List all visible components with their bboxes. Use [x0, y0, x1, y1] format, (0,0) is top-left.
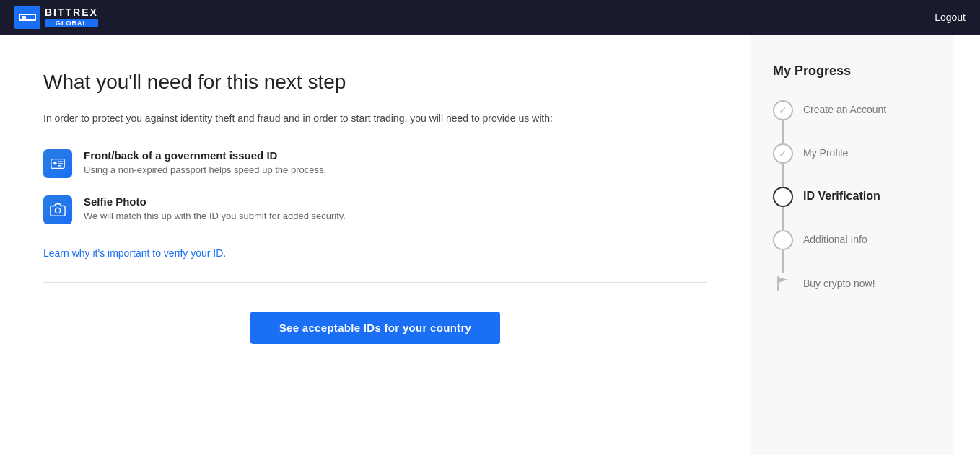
step-connector-profile: ✓: [773, 143, 793, 187]
req-desc-govt-id: Using a non-expired passport helps speed…: [84, 164, 326, 175]
step-circle-id: [773, 187, 793, 207]
logout-button[interactable]: Logout: [935, 12, 966, 23]
flag-icon: [773, 273, 793, 293]
logo-box-inner: [19, 14, 36, 21]
req-title-selfie: Selfie Photo: [84, 195, 346, 208]
cta-button[interactable]: See acceptable IDs for your country: [250, 312, 500, 344]
step-right-id: ID Verification: [803, 187, 880, 214]
req-title-govt-id: Front/back of a government issued ID: [84, 149, 326, 162]
step-label-create: Create an Account: [803, 104, 886, 115]
step-buy-crypto: Buy crypto now!: [773, 273, 931, 293]
learn-link[interactable]: Learn why it's important to verify your …: [43, 247, 226, 259]
step-connector-create: ✓: [773, 100, 793, 143]
step-connector-additional: [773, 230, 793, 273]
divider: [43, 282, 707, 283]
logo-text-wrap: BITTREX GLOBAL: [45, 7, 98, 27]
step-right-additional: Additional Info: [803, 230, 867, 257]
step-circle-create: ✓: [773, 100, 793, 120]
header: BITTREX GLOBAL Logout: [0, 0, 980, 35]
flag-svg: [776, 276, 789, 291]
step-label-id: ID Verification: [803, 190, 880, 202]
step-right-profile: My Profile: [803, 143, 848, 171]
step-label-profile: My Profile: [803, 147, 848, 159]
step-line-profile: [782, 164, 784, 187]
sidebar: My Progress ✓ Create an Account ✓: [751, 35, 953, 455]
step-id-verification: ID Verification: [773, 187, 931, 230]
camera-icon: [43, 195, 72, 224]
progress-steps: ✓ Create an Account ✓ My Profile: [773, 100, 931, 293]
main-content: What you'll need for this next step In o…: [0, 35, 751, 455]
step-my-profile: ✓ My Profile: [773, 143, 931, 187]
svg-point-5: [55, 208, 60, 213]
step-create-account: ✓ Create an Account: [773, 100, 931, 143]
req-text-selfie: Selfie Photo We will match this up with …: [84, 195, 346, 221]
layout: What you'll need for this next step In o…: [0, 35, 980, 455]
cta-wrap: See acceptable IDs for your country: [43, 312, 707, 344]
step-label-buy-crypto: Buy crypto now!: [803, 278, 875, 289]
step-circle-profile: ✓: [773, 143, 793, 164]
logo-global-text: GLOBAL: [45, 19, 98, 27]
intro-text: In order to protect you against identity…: [43, 111, 707, 126]
step-connector-id: [773, 187, 793, 230]
step-label-additional: Additional Info: [803, 234, 867, 245]
logo: BITTREX GLOBAL: [14, 6, 98, 29]
step-circle-additional: [773, 230, 793, 250]
svg-point-1: [53, 162, 57, 165]
logo-bittrex-text: BITTREX: [45, 7, 98, 17]
step-line-additional: [782, 250, 784, 273]
step-right-create: Create an Account: [803, 100, 886, 128]
requirement-govt-id: Front/back of a government issued ID Usi…: [43, 149, 707, 178]
step-line-create: [782, 120, 784, 143]
id-card-icon: [43, 149, 72, 178]
progress-title: My Progress: [773, 63, 931, 79]
req-text-govt-id: Front/back of a government issued ID Usi…: [84, 149, 326, 175]
camera-svg: [50, 202, 66, 218]
page-title: What you'll need for this next step: [43, 71, 707, 94]
logo-icon: [14, 6, 40, 29]
requirement-selfie: Selfie Photo We will match this up with …: [43, 195, 707, 224]
req-desc-selfie: We will match this up with the ID you su…: [84, 211, 346, 221]
checkmark-create: ✓: [779, 105, 787, 116]
checkmark-profile: ✓: [779, 148, 787, 159]
step-line-id: [782, 207, 784, 230]
step-additional-info: Additional Info: [773, 230, 931, 273]
id-card-svg: [50, 156, 66, 172]
